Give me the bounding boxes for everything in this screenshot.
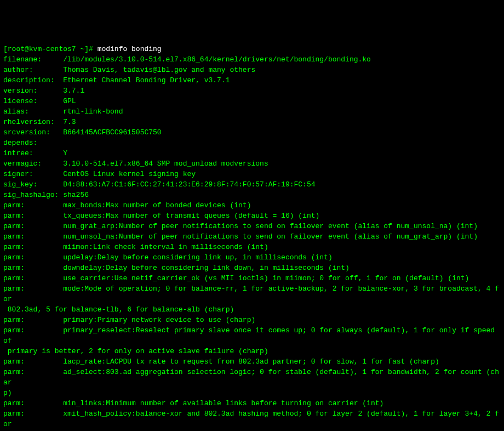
- modinfo-field-row: signer: CentOS Linux kernel signing key: [3, 170, 196, 178]
- modinfo-parm-row: primary is better, 2 for only on active …: [3, 347, 268, 355]
- modinfo-parm-row: parm: updelay:Delay before considering l…: [3, 253, 333, 262]
- modinfo-parm-row: parm: tx_queues:Max number of transmit q…: [3, 212, 319, 220]
- modinfo-field-row: sig_key: D4:88:63:A7:C1:6F:CC:27:41:23:E…: [3, 180, 316, 189]
- modinfo-field-row: license: GPL: [3, 97, 76, 105]
- modinfo-field-row: rhelversion: 7.3: [3, 118, 76, 126]
- terminal-output[interactable]: [root@kvm-centos7 ~]# modinfo bonding fi…: [3, 44, 501, 431]
- modinfo-field-row: version: 3.7.1: [3, 87, 84, 95]
- modinfo-parm-row: parm: miimon:Link check interval in mill…: [3, 243, 268, 251]
- modinfo-field-row: alias: rtnl-link-bond: [3, 107, 123, 116]
- modinfo-parm-row: parm: xmit_hash_policy:balance-xor and 8…: [3, 410, 499, 428]
- modinfo-field-row: sig_hashalgo: sha256: [3, 191, 89, 199]
- modinfo-parm-row: parm: primary_reselect:Reselect primary …: [3, 326, 499, 345]
- modinfo-field-row: depends:: [3, 139, 63, 147]
- modinfo-field-row: author: Thomas Davis, tadavis@lbl.gov an…: [3, 66, 255, 74]
- modinfo-parm-row: parm: num_grat_arp:Number of peer notifi…: [3, 222, 478, 230]
- modinfo-parm-row: parm: max_bonds:Max number of bonded dev…: [3, 201, 251, 209]
- modinfo-parm-row: parm: num_unsol_na:Number of peer notifi…: [3, 232, 478, 241]
- modinfo-field-row: vermagic: 3.10.0-514.el7.x86_64 SMP mod_…: [3, 160, 268, 168]
- modinfo-field-row: srcversion: B664145ACFBCC961505C750: [3, 128, 162, 137]
- modinfo-parm-row: parm: downdelay:Delay before considering…: [3, 264, 350, 272]
- modinfo-parm-row: parm: lacp_rate:LACPDU tx rate to reques…: [3, 358, 439, 366]
- command-text: modinfo bonding: [98, 45, 162, 53]
- modinfo-field-row: intree: Y: [3, 149, 67, 157]
- modinfo-parm-row: parm: min_links:Minimum number of availa…: [3, 399, 383, 407]
- modinfo-parm-row: parm: primary:Primary network device to …: [3, 316, 255, 324]
- modinfo-parm-row: 802.3ad, 5 for balance-tlb, 6 for balanc…: [3, 305, 234, 314]
- modinfo-field-row: description: Ethernet Channel Bonding Dr…: [3, 76, 230, 84]
- shell-prompt: [root@kvm-centos7 ~]#: [3, 45, 98, 53]
- modinfo-parm-row: parm: use_carrier:Use netif_carrier_ok (…: [3, 274, 469, 282]
- modinfo-parm-row: parm: ad_select:803.ad aggregation selec…: [3, 368, 499, 387]
- modinfo-field-row: filename: /lib/modules/3.10.0-514.el7.x8…: [3, 55, 371, 64]
- modinfo-parm-row: p): [3, 389, 12, 397]
- modinfo-parm-row: parm: mode:Mode of operation; 0 for bala…: [3, 285, 499, 303]
